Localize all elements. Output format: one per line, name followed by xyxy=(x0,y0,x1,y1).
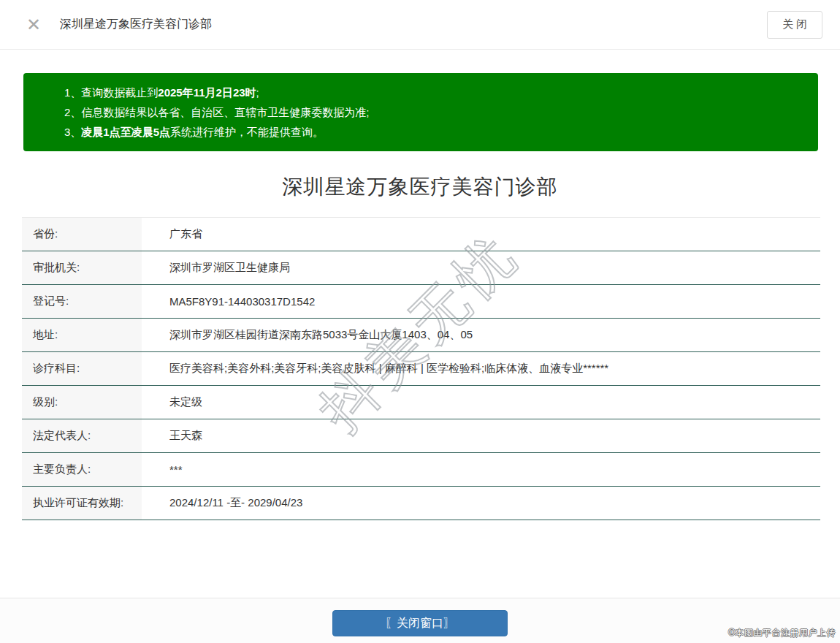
notice-line-1: 1、查询数据截止到2025年11月2日23时; xyxy=(64,83,803,102)
notice-line-3: 3、凌晨1点至凌晨5点系统进行维护，不能提供查询。 xyxy=(64,122,803,142)
notice-line-3-num: 3、 xyxy=(64,126,81,138)
notice-line-2-pre: 信息数据结果以各省、自治区、直辖市卫生健康委数据为准; xyxy=(81,106,369,118)
notice-line-1-post: ; xyxy=(256,86,259,99)
window-title: 深圳星途万象医疗美容门诊部 xyxy=(60,17,212,32)
row-label: 主要负责人: xyxy=(22,453,142,486)
table-row-address: 地址: 深圳市罗湖区桂园街道深南东路5033号金山大厦1403、04、05 xyxy=(22,319,820,352)
notice-line-2: 2、信息数据结果以各省、自治区、直辖市卫生健康委数据为准; xyxy=(64,102,803,122)
notice-line-1-bold: 2025年11月2日23时 xyxy=(158,86,256,99)
notice-line-2-num: 2、 xyxy=(64,106,81,118)
table-row-approval-authority: 审批机关: 深圳市罗湖区卫生健康局 xyxy=(22,251,820,285)
row-value: 广东省 xyxy=(142,218,820,251)
row-label: 审批机关: xyxy=(22,251,142,284)
notice-line-3-bold: 凌晨1点至凌晨5点 xyxy=(81,126,170,138)
row-value: 深圳市罗湖区卫生健康局 xyxy=(142,251,820,284)
row-value: MA5F8Y91-144030317D1542 xyxy=(142,285,820,318)
notice-line-1-pre: 查询数据截止到 xyxy=(81,86,158,99)
table-row-province: 省份: 广东省 xyxy=(22,218,820,251)
row-value: 王天森 xyxy=(142,419,820,452)
row-value: 深圳市罗湖区桂园街道深南东路5033号金山大厦1403、04、05 xyxy=(142,319,820,351)
row-value: 未定级 xyxy=(142,386,820,419)
upload-copyright-watermark: ©本图由平台注册用户上传 xyxy=(728,627,836,639)
table-row-level: 级别: 未定级 xyxy=(22,386,820,419)
row-label: 诊疗科目: xyxy=(22,352,142,385)
institution-info-table: 省份: 广东省 审批机关: 深圳市罗湖区卫生健康局 登记号: MA5F8Y91-… xyxy=(22,217,820,520)
notice-banner: 1、查询数据截止到2025年11月2日23时; 2、信息数据结果以各省、自治区、… xyxy=(23,73,818,151)
row-label: 地址: xyxy=(22,319,142,351)
top-bar: ✕ 深圳星途万象医疗美容门诊部 关 闭 xyxy=(0,0,840,50)
row-label: 法定代表人: xyxy=(22,419,142,452)
row-label: 省份: xyxy=(22,218,142,251)
row-value: *** xyxy=(142,453,820,486)
table-row-registration-number: 登记号: MA5F8Y91-144030317D1542 xyxy=(22,285,820,319)
notice-line-3-post: 系统进行维护，不能提供查询。 xyxy=(170,126,324,138)
table-row-person-in-charge: 主要负责人: *** xyxy=(22,453,820,487)
row-label: 执业许可证有效期: xyxy=(22,487,142,520)
table-row-medical-subjects: 诊疗科目: 医疗美容科;美容外科;美容牙科;美容皮肤科 | 麻醉科 | 医学检验… xyxy=(22,352,820,386)
row-value: 医疗美容科;美容外科;美容牙科;美容皮肤科 | 麻醉科 | 医学检验科;临床体液… xyxy=(142,352,820,385)
table-row-legal-representative: 法定代表人: 王天森 xyxy=(22,419,820,453)
footer-bar: 〖关闭窗口〗 xyxy=(0,598,840,643)
page-title: 深圳星途万象医疗美容门诊部 xyxy=(0,173,840,201)
close-x-icon[interactable]: ✕ xyxy=(26,16,41,34)
row-value: 2024/12/11 -至- 2029/04/23 xyxy=(142,487,820,520)
notice-line-1-num: 1、 xyxy=(64,86,81,99)
row-label: 级别: xyxy=(22,386,142,419)
row-label: 登记号: xyxy=(22,285,142,318)
close-button[interactable]: 关 闭 xyxy=(767,11,822,39)
table-row-license-validity: 执业许可证有效期: 2024/12/11 -至- 2029/04/23 xyxy=(22,487,820,520)
close-window-button[interactable]: 〖关闭窗口〗 xyxy=(332,610,508,636)
